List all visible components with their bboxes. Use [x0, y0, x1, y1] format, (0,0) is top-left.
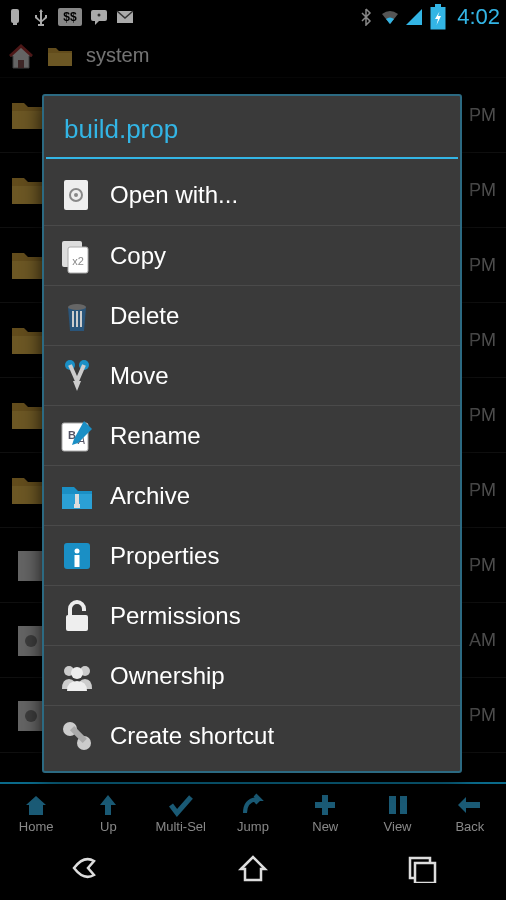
- open-with-icon: [58, 176, 96, 214]
- menu-label: Archive: [110, 482, 190, 510]
- svg-rect-27: [72, 311, 74, 327]
- menu-item-move[interactable]: Move: [44, 345, 460, 405]
- menu-item-delete[interactable]: Delete: [44, 285, 460, 345]
- toolbar-new[interactable]: New: [289, 791, 361, 834]
- menu-label: Properties: [110, 542, 219, 570]
- delete-icon: [58, 297, 96, 335]
- nav-back-button[interactable]: [64, 853, 104, 887]
- menu-label: Copy: [110, 242, 166, 270]
- svg-rect-40: [75, 555, 80, 567]
- svg-rect-0: [11, 9, 19, 23]
- menu-item-copy[interactable]: x2 Copy: [44, 225, 460, 285]
- nav-home-button[interactable]: [233, 853, 273, 887]
- copy-icon: x2: [58, 237, 96, 275]
- svg-rect-41: [66, 615, 88, 631]
- svg-text:x2: x2: [72, 255, 84, 267]
- svg-rect-1: [13, 23, 17, 25]
- wifi-icon: [381, 8, 399, 26]
- svg-rect-37: [74, 504, 80, 508]
- battery-icon: [429, 8, 447, 26]
- svg-rect-50: [389, 796, 396, 814]
- svg-rect-53: [415, 863, 435, 883]
- properties-icon: [58, 537, 96, 575]
- android-icon: [6, 8, 24, 26]
- menu-item-properties[interactable]: Properties: [44, 525, 460, 585]
- shortcut-icon: [58, 717, 96, 755]
- permissions-icon: [58, 597, 96, 635]
- svg-point-22: [74, 193, 78, 197]
- rename-icon: BA: [58, 417, 96, 455]
- menu-item-create-shortcut[interactable]: Create shortcut: [44, 705, 460, 765]
- menu-label: Move: [110, 362, 169, 390]
- signal-icon: [405, 8, 423, 26]
- bluetooth-icon: [357, 8, 375, 26]
- menu-label: Create shortcut: [110, 722, 274, 750]
- svg-rect-6: [435, 4, 441, 7]
- menu-label: Permissions: [110, 602, 241, 630]
- gmail-icon: [116, 8, 134, 26]
- nav-recent-button[interactable]: [402, 853, 442, 887]
- toolbar-up[interactable]: Up: [72, 791, 144, 834]
- toolbar-jump[interactable]: Jump: [217, 791, 289, 834]
- svg-rect-51: [400, 796, 407, 814]
- menu-item-ownership[interactable]: Ownership: [44, 645, 460, 705]
- toolbar-view[interactable]: View: [361, 791, 433, 834]
- sms-icon: [90, 8, 108, 26]
- svg-point-3: [98, 14, 101, 17]
- menu-item-rename[interactable]: BA Rename: [44, 405, 460, 465]
- menu-item-open-with[interactable]: Open with...: [44, 165, 460, 225]
- status-time: 4:02: [457, 4, 500, 30]
- menu-label: Delete: [110, 302, 179, 330]
- svg-point-26: [68, 304, 86, 310]
- usb-icon: [32, 8, 50, 26]
- menu-item-archive[interactable]: Archive: [44, 465, 460, 525]
- toolbar-multisel[interactable]: Multi-Sel: [145, 791, 217, 834]
- archive-icon: [58, 477, 96, 515]
- toolbar-home[interactable]: Home: [0, 791, 72, 834]
- menu-list: Open with... x2 Copy Delete Move BA Rena…: [44, 159, 460, 771]
- menu-label: Rename: [110, 422, 201, 450]
- menu-item-permissions[interactable]: Permissions: [44, 585, 460, 645]
- menu-label: Open with...: [110, 181, 238, 209]
- svg-point-39: [75, 548, 80, 553]
- move-icon: [58, 357, 96, 395]
- system-nav-bar: [0, 840, 506, 900]
- svg-rect-49: [315, 802, 335, 808]
- svg-rect-28: [76, 311, 78, 327]
- svg-rect-36: [75, 494, 79, 504]
- status-bar: $$ 4:02: [0, 0, 506, 34]
- ownership-icon: [58, 657, 96, 695]
- toolbar-back[interactable]: Back: [434, 791, 506, 834]
- dollar-icon: $$: [58, 8, 82, 26]
- svg-rect-29: [80, 311, 82, 327]
- svg-point-44: [71, 667, 83, 679]
- bottom-toolbar: Home Up Multi-Sel Jump New View Back: [0, 782, 506, 840]
- dialog-title: build.prop: [46, 96, 458, 159]
- context-menu-dialog: build.prop Open with... x2 Copy Delete M…: [42, 94, 462, 773]
- menu-label: Ownership: [110, 662, 225, 690]
